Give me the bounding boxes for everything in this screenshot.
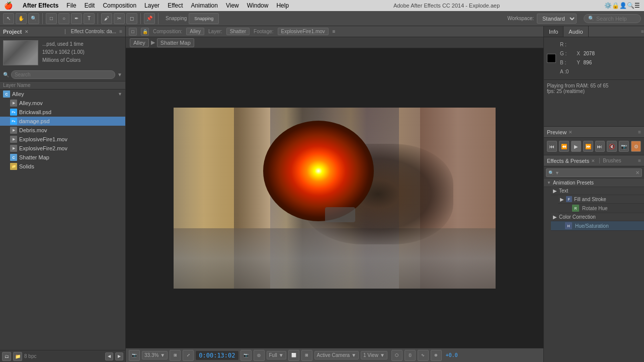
menu-file[interactable]: File [66, 2, 76, 9]
menu-help[interactable]: Help [276, 2, 289, 9]
3d-tool2[interactable]: ⟨⟩ [405, 350, 416, 361]
brush-tool[interactable]: 🖌 [101, 13, 112, 24]
mute-btn[interactable]: 🔇 [607, 141, 617, 152]
fill-stroke-header[interactable]: ▶ F Fill and Stroke [558, 195, 644, 204]
info-tab[interactable]: Info [544, 26, 564, 37]
footage-name[interactable]: ExplosiveFire1.mov [278, 28, 329, 35]
time-display[interactable]: 0:00:13:02 [196, 351, 238, 360]
view-count-control[interactable]: 1 View ▼ [361, 351, 387, 359]
3d-tool1[interactable]: ⬡ [391, 350, 403, 361]
snapshot-btn[interactable]: 📷 [129, 350, 140, 361]
comp-menu-btn[interactable]: □ [129, 28, 137, 36]
camera-view-control[interactable]: Active Camera ▼ [314, 351, 359, 359]
color-correction-header[interactable]: ▶ Color Correction [551, 213, 644, 221]
project-bottom-toolbar: 🗂 📁 8 bpc ◀ ▶ [0, 350, 125, 362]
brushes-tab[interactable]: Brushes [599, 158, 621, 163]
project-close-btn[interactable]: ✕ [25, 29, 29, 34]
text-subgroup-header[interactable]: ▶ Text [551, 187, 644, 195]
panel-menu-icon[interactable]: ≡ [119, 29, 122, 34]
file-item-explosive2[interactable]: ▶ ExplosiveFire2.mov [0, 144, 125, 153]
file-item-solids[interactable]: 📁 Solids [0, 162, 125, 171]
resize-btn[interactable]: ⤢ [183, 350, 194, 361]
menu-composition[interactable]: Composition [103, 2, 136, 9]
rect-tool[interactable]: □ [46, 13, 57, 24]
workspace-select[interactable]: Standard [537, 14, 577, 24]
file-item-brickwall[interactable]: Ps Brickwall.psd [0, 108, 125, 117]
menu-aftereffects[interactable]: After Effects [23, 2, 58, 9]
quality-control[interactable]: Full ▼ [267, 351, 286, 359]
new-folder-btn[interactable]: 📁 [13, 352, 22, 361]
preview-close[interactable]: ✕ [569, 130, 573, 135]
next-item-btn[interactable]: ▶ [115, 352, 123, 360]
file-item-debris[interactable]: ▶ Debris.mov [0, 126, 125, 135]
comp-name[interactable]: Alley [186, 28, 204, 35]
effects-close[interactable]: ✕ [591, 158, 595, 163]
mask-btn[interactable]: ◎ [254, 350, 265, 361]
file-item-alley[interactable]: C Alley ▼ [0, 89, 125, 99]
video-icon-debris: ▶ [10, 127, 17, 134]
prev-frame-btn[interactable]: ⏪ [559, 141, 569, 152]
snapping-toggle[interactable]: Snapping [189, 13, 219, 24]
3d-tool4[interactable]: ⊕ [431, 350, 442, 361]
filter-options-icon[interactable]: ▼ [117, 72, 122, 77]
fit-btn[interactable]: ⊞ [170, 350, 181, 361]
file-name: ExplosiveFire2.mov [19, 145, 67, 151]
comp-lock-btn[interactable]: 🔒 [141, 28, 149, 36]
file-item-damage[interactable]: Ps damage.psd [0, 117, 125, 126]
hue-saturation-item[interactable]: H Hue/Saturation [551, 221, 644, 231]
effects-clear-btn[interactable]: ✕ [635, 170, 639, 175]
info-audio-header: Info Audio ≡ [544, 26, 644, 37]
clone-tool[interactable]: ✂ [114, 13, 125, 24]
hand-tool[interactable]: ✋ [16, 13, 27, 24]
animation-presets-header[interactable]: ▼ Animation Presets [544, 179, 644, 187]
project-panel-divider: | [64, 29, 66, 34]
workspace-group: Workspace: Standard 🔍 [507, 14, 641, 24]
puppet-tool[interactable]: 📌 [144, 13, 155, 24]
first-frame-btn[interactable]: ⏮ [547, 141, 557, 152]
settings-btn[interactable]: ⚙ [631, 141, 641, 152]
panel-menu-icon-right[interactable]: ≡ [641, 29, 644, 34]
menu-animation[interactable]: Animation [191, 2, 218, 9]
menu-view[interactable]: View [226, 2, 239, 9]
new-comp-btn[interactable]: 🗂 [2, 352, 11, 361]
prev-item-btn[interactable]: ◀ [105, 352, 113, 360]
zoom-control[interactable]: 33.3% ▼ [142, 351, 168, 359]
channel-btn[interactable]: ⬜ [288, 350, 299, 361]
effects-filter-icon[interactable]: ▼ [555, 170, 559, 175]
3d-tool3[interactable]: ∿ [418, 350, 429, 361]
file-disclosure[interactable]: ▼ [118, 92, 122, 97]
last-frame-btn[interactable]: ⏭ [595, 141, 605, 152]
ellipse-tool[interactable]: ○ [58, 13, 69, 24]
search-input[interactable] [596, 16, 636, 22]
text-subgroup: ▶ Text ▶ F Fill and Stroke [544, 187, 644, 213]
arrow-tool[interactable]: ↖ [3, 13, 14, 24]
effects-menu[interactable]: ≡ [638, 158, 641, 163]
zoom-tool[interactable]: 🔍 [28, 13, 39, 24]
menu-window[interactable]: Window [247, 2, 269, 9]
menu-layer[interactable]: Layer [144, 2, 159, 9]
audio-tab[interactable]: Audio [564, 26, 588, 37]
comp-options[interactable]: ≡ [333, 29, 336, 34]
breadcrumb-shatter-map[interactable]: Shatter Map [157, 38, 194, 47]
preview-menu[interactable]: ≡ [638, 129, 641, 135]
file-item-explosive1[interactable]: ▶ ExplosiveFire1.mov [0, 135, 125, 144]
file-name: Alley [12, 91, 24, 97]
rotate-hue-item[interactable]: R Rotate Hue [558, 204, 644, 213]
snapshot-preview-btn[interactable]: 📷 [619, 141, 629, 152]
camera-btn[interactable]: 📷 [240, 350, 252, 361]
project-search-input[interactable] [11, 70, 115, 79]
breadcrumb-alley[interactable]: Alley [130, 38, 149, 47]
grid-btn[interactable]: ⊞ [301, 350, 312, 361]
menu-effect[interactable]: Effect [168, 2, 183, 9]
text-tool[interactable]: T [84, 13, 95, 24]
eraser-tool[interactable]: ◻ [126, 13, 137, 24]
file-item-shatter-map[interactable]: C Shatter Map [0, 153, 125, 162]
pen-tool[interactable]: ✒ [71, 13, 82, 24]
menu-edit[interactable]: Edit [85, 2, 95, 9]
layer-name[interactable]: Shatter [226, 28, 250, 35]
effects-search-input[interactable]: hue [560, 170, 634, 175]
play-btn[interactable]: ▶ [571, 141, 581, 152]
apple-menu[interactable]: 🍎 [4, 2, 13, 10]
file-item-alley-mov[interactable]: ▶ Alley.mov [0, 99, 125, 108]
next-frame-btn[interactable]: ⏩ [583, 141, 593, 152]
